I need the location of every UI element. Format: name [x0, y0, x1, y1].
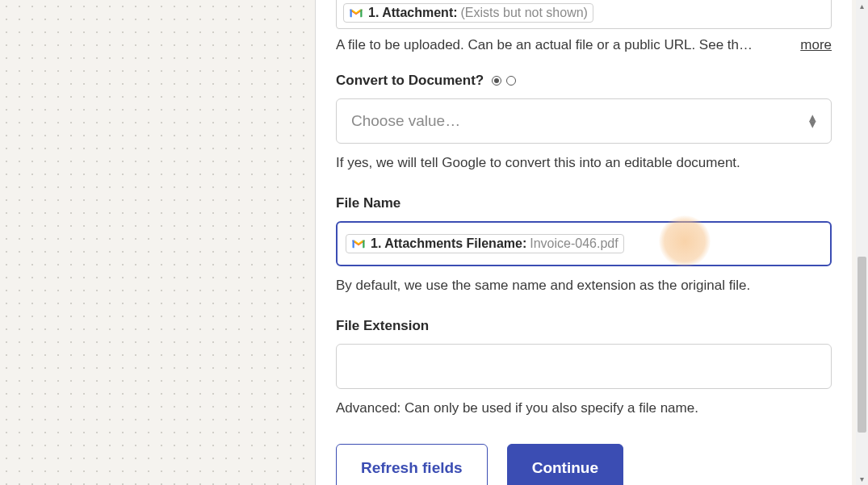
- more-link[interactable]: more: [800, 37, 832, 53]
- scrollbar-thumb[interactable]: [858, 257, 866, 433]
- convert-radio-group: [492, 76, 516, 86]
- extension-input[interactable]: [336, 344, 832, 389]
- filename-label: File Name: [336, 195, 832, 211]
- filename-token-value: Invoice-046.pdf: [530, 236, 618, 251]
- convert-label: Convert to Document?: [336, 73, 484, 89]
- extension-help-text: Advanced: Can only be used if you also s…: [336, 400, 832, 416]
- convert-select-placeholder: Choose value…: [351, 112, 460, 130]
- gmail-icon: [349, 7, 363, 19]
- filename-input[interactable]: 1. Attachments Filename: Invoice-046.pdf: [336, 221, 832, 266]
- extension-label: File Extension: [336, 318, 832, 334]
- convert-help-text: If yes, we will tell Google to convert t…: [336, 155, 832, 171]
- file-token-value: (Exists but not shown): [461, 6, 588, 20]
- scrollbar-track[interactable]: ▴ ▾: [856, 0, 868, 485]
- chevron-updown-icon: ▴▾: [809, 115, 816, 128]
- refresh-fields-button[interactable]: Refresh fields: [336, 444, 488, 485]
- file-help-text: A file to be uploaded. Can be an actual …: [336, 37, 753, 53]
- gmail-icon: [351, 238, 366, 249]
- convert-radio-no[interactable]: [506, 76, 516, 86]
- file-token-label: 1. Attachment:: [368, 6, 458, 20]
- file-input[interactable]: 1. Attachment: (Exists but not shown): [336, 0, 832, 29]
- file-token[interactable]: 1. Attachment: (Exists but not shown): [343, 3, 593, 23]
- convert-radio-yes[interactable]: [492, 76, 501, 86]
- filename-help-text: By default, we use the same name and ext…: [336, 278, 832, 294]
- convert-label-row: Convert to Document?: [336, 73, 832, 89]
- continue-button[interactable]: Continue: [507, 444, 623, 485]
- filename-token-label: 1. Attachments Filename:: [371, 236, 526, 251]
- canvas-background: [0, 0, 315, 485]
- filename-token[interactable]: 1. Attachments Filename: Invoice-046.pdf: [346, 234, 624, 253]
- config-panel: 1. Attachment: (Exists but not shown) A …: [315, 0, 852, 485]
- scroll-up-arrow[interactable]: ▴: [856, 0, 868, 12]
- convert-select[interactable]: Choose value… ▴▾: [336, 98, 832, 144]
- scroll-down-arrow[interactable]: ▾: [856, 473, 868, 485]
